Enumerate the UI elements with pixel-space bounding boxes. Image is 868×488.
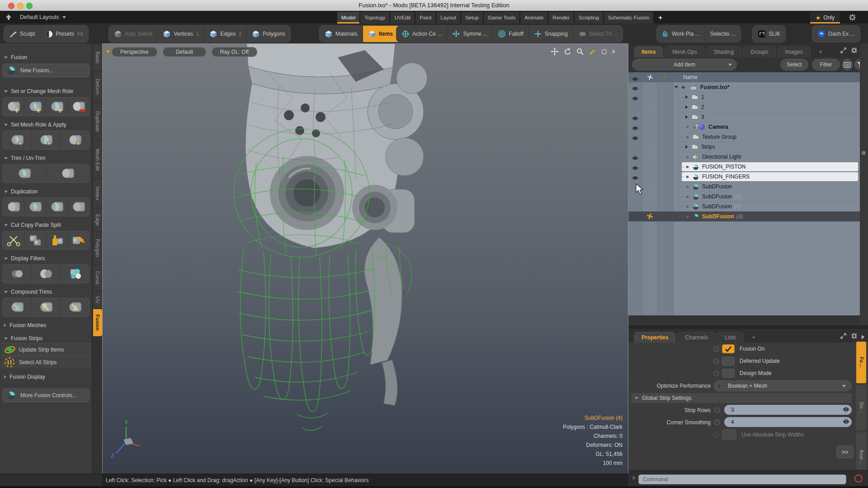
list-item[interactable]: 1 [628,92,860,103]
viewport-pill-ray-gl-off[interactable]: Ray GL: Off [212,47,257,57]
expand-triangle-icon[interactable] [685,105,688,109]
optimize-performance-select[interactable]: Boolean + Mesh [713,380,852,391]
layout-tab-setup[interactable]: Setup [461,12,483,23]
panel-gear-icon[interactable] [851,47,858,56]
form-tab-fu[interactable]: Fu ... [856,342,866,383]
tool-button[interactable] [31,265,60,283]
tool-tab-fusion[interactable]: Fusion [93,309,102,336]
checkbox-fusion-on[interactable] [722,344,735,353]
tool-tab-uv[interactable]: UV [93,292,102,308]
field-input-corner-smoothing[interactable]: 4 [724,417,852,427]
tab-only[interactable]: ★ Only [810,12,840,23]
tool-button[interactable] [31,298,60,316]
panel-more-icon[interactable] [862,335,864,339]
button-select-all-strips[interactable]: Select All Strips [1,356,91,368]
rotate-icon[interactable] [564,48,571,56]
layout-tab-uvedit[interactable]: UVEdit [390,12,415,23]
tool-button[interactable] [46,164,89,183]
stepper-icon[interactable] [843,407,849,412]
toolbar-button-select-th[interactable]: Select Th ... [573,26,623,42]
form-tab-dis[interactable]: Dis ... [856,385,866,431]
section-header-fusion-display[interactable]: Fusion Display [0,372,92,381]
magnify-icon[interactable] [576,48,584,55]
viewport-pill-perspective[interactable]: Perspective [112,47,157,57]
tool-button[interactable] [3,265,31,283]
layout-tab-animate[interactable]: Animate [520,12,547,23]
tool-button[interactable] [3,164,46,183]
list-item[interactable]: Fusion.lxo* [628,82,860,93]
layout-tab-layout[interactable]: Layout [436,12,460,23]
toolbar-button-materials[interactable]: Materials [320,26,363,42]
field-input-strip-rows[interactable]: 3 [724,405,852,415]
eye-icon[interactable] [632,114,638,122]
tool-button[interactable] [60,298,89,316]
tool-tab-edge[interactable]: Edge [93,209,102,231]
tab-channels[interactable]: Channels [677,332,716,343]
command-input[interactable] [638,474,846,484]
expand-panel-icon[interactable] [840,47,847,56]
tool-button[interactable] [3,98,24,116]
tab-images[interactable]: Images [777,46,810,57]
tab--[interactable]: + [745,332,763,343]
tool-button[interactable] [31,131,60,149]
use-absolute-checkbox[interactable] [722,429,736,440]
tool-button[interactable] [46,98,67,116]
default-layouts-menu[interactable]: Default Layouts [17,11,69,23]
expand-triangle-icon[interactable] [685,145,688,149]
list-item[interactable]: SubDFusion(3) [628,202,860,212]
move-icon[interactable] [551,47,559,56]
layout-tab-render[interactable]: Render [548,12,574,23]
tool-button[interactable] [67,198,89,216]
eye-icon[interactable] [632,154,638,162]
add-child-icon[interactable] [681,85,686,90]
tab-mesh-ops[interactable]: Mesh Ops [665,46,705,57]
tool-tab-vertex[interactable]: Vertex [93,179,102,208]
tool-tab-polygon[interactable]: Polygon [93,232,102,264]
list-item[interactable]: SubDFusion [628,182,860,192]
tool-button[interactable] [3,231,24,249]
checkbox-row-fusion-on[interactable]: Fusion On [713,343,764,354]
list-item[interactable]: Texture Group [628,132,860,142]
toolbar-button-slik[interactable]: SLIK [753,26,785,42]
toolbar-button-presets[interactable]: PresetsF6 [40,26,88,42]
more-properties-button[interactable]: >> [836,446,854,458]
tab--[interactable]: + [812,47,830,57]
checkbox-deferred-update[interactable] [722,357,735,366]
tab-items[interactable]: Items [634,46,663,57]
checkbox-design-mode[interactable] [722,369,735,378]
expand-panel-icon[interactable] [840,333,847,341]
pin-orange-icon[interactable] [646,213,653,221]
gear-icon[interactable] [601,48,608,55]
toolbar-button-polygons[interactable]: Polygons [246,26,290,42]
tool-button[interactable] [46,231,67,249]
toolbar-button-work-pla[interactable]: Work Pla ... [657,26,705,42]
collapse-up-icon[interactable] [4,13,14,22]
tool-tab-duplicate[interactable]: Duplicate [93,103,102,140]
tool-button[interactable] [3,198,24,216]
tool-tab-deform[interactable]: Deform [93,71,102,102]
list-item[interactable]: FUSION_PISTON [628,162,860,172]
eye-icon[interactable] [632,164,638,172]
use-absolute-row[interactable]: Use Absolute Strip Widths [713,429,804,440]
viewport-pill-default[interactable]: Default [163,47,206,57]
eye-icon[interactable] [632,174,638,182]
tool-button[interactable] [67,231,89,249]
layout-tab-topology[interactable]: Topology [360,12,389,23]
button-more-fusion-controls[interactable]: More Fusion Controls... [2,389,90,402]
stepper-icon[interactable] [843,419,849,424]
tab-groups[interactable]: Groups [743,46,776,57]
eye-icon[interactable] [632,94,638,103]
layout-tab-game-tools[interactable]: Game Tools [484,12,519,23]
global-strip-settings-section[interactable]: Global Strip Settings [631,393,852,403]
toolbar-button-selectio[interactable]: Selectio ... [705,26,741,42]
collapse-triangle-icon[interactable] [675,86,678,89]
expand-triangle-icon[interactable] [685,95,688,99]
toolbar-button-falloff[interactable]: Falloff [492,26,528,42]
button-new-fusion[interactable]: New Fusion... [2,64,90,77]
checkbox-row-design-mode[interactable]: Design Mode [713,368,772,379]
viewport-more-icon[interactable] [613,49,615,54]
add-item-dropdown[interactable]: Add Item [632,59,737,70]
expand-triangle-icon[interactable] [685,115,688,119]
pencil-orange-icon[interactable] [589,48,596,55]
list-item[interactable]: SubDFusion(4) [628,211,860,222]
